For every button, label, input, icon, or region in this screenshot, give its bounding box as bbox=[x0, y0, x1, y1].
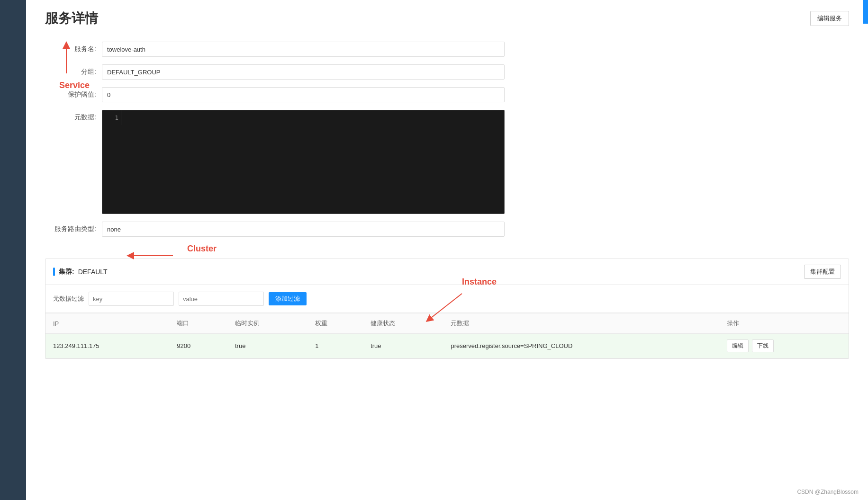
route-type-input[interactable] bbox=[102, 222, 505, 237]
service-name-label: 服务名: bbox=[45, 42, 102, 54]
page-title: 服务详情 bbox=[45, 9, 98, 27]
col-metadata: 元数据 bbox=[443, 313, 719, 334]
metadata-label: 元数据: bbox=[45, 110, 102, 122]
threshold-row: 保护阈值: bbox=[45, 87, 849, 102]
page-header: 服务详情 编辑服务 bbox=[45, 9, 849, 27]
edit-instance-button[interactable]: 编辑 bbox=[727, 339, 749, 352]
cell-actions: 编辑 下线 bbox=[719, 334, 849, 358]
group-label: 分组: bbox=[45, 64, 102, 76]
form-section: 服务名: 分组: 保护阈值: 元数据: 1 bbox=[45, 37, 849, 249]
sidebar bbox=[0, 0, 26, 500]
metadata-editor[interactable]: 1 bbox=[102, 110, 505, 214]
service-name-input[interactable] bbox=[102, 42, 505, 57]
col-action: 操作 bbox=[719, 313, 849, 334]
filter-key-input[interactable] bbox=[89, 292, 174, 306]
cluster-header: 集群: DEFAULT 集群配置 bbox=[45, 259, 849, 285]
threshold-label: 保护阈值: bbox=[45, 87, 102, 99]
footer-text: CSDN @ZhangBlossom bbox=[797, 489, 859, 495]
cell-ip: 123.249.111.175 bbox=[45, 334, 169, 358]
cluster-section: 集群: DEFAULT 集群配置 元数据过滤 添加过滤 IP 端口 临时实例 bbox=[45, 259, 849, 359]
line-numbers: 1 bbox=[102, 110, 121, 125]
filter-label: 元数据过滤 bbox=[53, 295, 84, 303]
group-input[interactable] bbox=[102, 64, 505, 80]
table-row: 123.249.111.175 9200 true 1 true preserv… bbox=[45, 334, 849, 358]
col-ephemeral: 临时实例 bbox=[227, 313, 307, 334]
add-filter-button[interactable]: 添加过滤 bbox=[269, 292, 307, 305]
cluster-bar-icon bbox=[53, 268, 55, 276]
line-number-1: 1 bbox=[115, 114, 118, 121]
filter-value-input[interactable] bbox=[179, 292, 264, 306]
cell-port: 9200 bbox=[169, 334, 227, 358]
table-header-row: IP 端口 临时实例 权重 健康状态 元数据 操作 bbox=[45, 313, 849, 334]
col-port: 端口 bbox=[169, 313, 227, 334]
cluster-title: 集群: DEFAULT bbox=[53, 268, 108, 276]
col-ip: IP bbox=[45, 313, 169, 334]
route-type-row: 服务路由类型: bbox=[45, 222, 849, 237]
col-health: 健康状态 bbox=[363, 313, 443, 334]
main-content: 服务详情 编辑服务 服务名: 分组: 保护阈值: 元数据: bbox=[26, 0, 868, 378]
cell-health: true bbox=[363, 334, 443, 358]
col-weight: 权重 bbox=[307, 313, 363, 334]
route-type-label: 服务路由类型: bbox=[45, 222, 102, 233]
cluster-name: DEFAULT bbox=[78, 268, 108, 276]
cell-ephemeral: true bbox=[227, 334, 307, 358]
cell-weight: 1 bbox=[307, 334, 363, 358]
cell-metadata: preserved.register.source=SPRING_CLOUD bbox=[443, 334, 719, 358]
threshold-input[interactable] bbox=[102, 87, 505, 102]
group-row: 分组: bbox=[45, 64, 849, 80]
metadata-row: 元数据: 1 bbox=[45, 110, 849, 214]
offline-instance-button[interactable]: 下线 bbox=[752, 339, 774, 352]
service-name-row: 服务名: bbox=[45, 42, 849, 57]
edit-service-button[interactable]: 编辑服务 bbox=[810, 11, 849, 26]
instance-table: IP 端口 临时实例 权重 健康状态 元数据 操作 123.249.111.17… bbox=[45, 313, 849, 358]
cluster-label: 集群: bbox=[59, 268, 74, 276]
cluster-config-button[interactable]: 集群配置 bbox=[804, 265, 841, 279]
filter-row: 元数据过滤 添加过滤 bbox=[45, 285, 849, 313]
